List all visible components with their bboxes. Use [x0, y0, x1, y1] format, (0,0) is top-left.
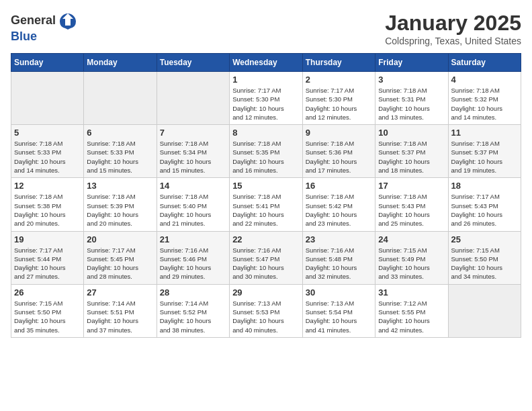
day-number: 16 [306, 181, 372, 191]
day-number: 28 [160, 287, 226, 298]
day-number: 7 [160, 128, 226, 138]
table-cell: 12Sunrise: 7:18 AM Sunset: 5:38 PM Dayli… [11, 178, 84, 231]
day-info: Sunrise: 7:17 AM Sunset: 5:30 PM Dayligh… [306, 86, 372, 122]
table-cell: 1Sunrise: 7:17 AM Sunset: 5:30 PM Daylig… [230, 72, 303, 125]
table-cell [84, 72, 157, 125]
table-cell: 17Sunrise: 7:18 AM Sunset: 5:43 PM Dayli… [375, 178, 448, 231]
day-info: Sunrise: 7:18 AM Sunset: 5:39 PM Dayligh… [87, 192, 153, 228]
table-cell: 8Sunrise: 7:18 AM Sunset: 5:35 PM Daylig… [230, 125, 303, 178]
day-info: Sunrise: 7:16 AM Sunset: 5:46 PM Dayligh… [160, 246, 226, 281]
table-cell: 30Sunrise: 7:13 AM Sunset: 5:54 PM Dayli… [302, 284, 375, 337]
table-cell: 5Sunrise: 7:18 AM Sunset: 5:33 PM Daylig… [11, 125, 84, 178]
table-cell: 22Sunrise: 7:16 AM Sunset: 5:47 PM Dayli… [230, 231, 303, 284]
day-info: Sunrise: 7:18 AM Sunset: 5:31 PM Dayligh… [378, 86, 445, 122]
logo-blue: Blue [11, 30, 37, 43]
week-row-4: 19Sunrise: 7:17 AM Sunset: 5:44 PM Dayli… [11, 231, 521, 284]
day-info: Sunrise: 7:15 AM Sunset: 5:50 PM Dayligh… [14, 299, 81, 334]
day-info: Sunrise: 7:18 AM Sunset: 5:32 PM Dayligh… [451, 86, 519, 122]
day-number: 14 [160, 181, 226, 191]
table-cell: 14Sunrise: 7:18 AM Sunset: 5:40 PM Dayli… [157, 178, 229, 231]
table-cell: 18Sunrise: 7:17 AM Sunset: 5:43 PM Dayli… [448, 178, 521, 231]
day-info: Sunrise: 7:18 AM Sunset: 5:37 PM Dayligh… [378, 139, 445, 175]
week-row-2: 5Sunrise: 7:18 AM Sunset: 5:33 PM Daylig… [11, 125, 521, 178]
day-info: Sunrise: 7:18 AM Sunset: 5:43 PM Dayligh… [378, 192, 445, 228]
table-cell: 4Sunrise: 7:18 AM Sunset: 5:32 PM Daylig… [448, 72, 521, 125]
day-info: Sunrise: 7:15 AM Sunset: 5:50 PM Dayligh… [451, 246, 519, 281]
day-number: 11 [451, 128, 519, 138]
day-info: Sunrise: 7:18 AM Sunset: 5:35 PM Dayligh… [232, 139, 300, 175]
title-block: January 2025 Coldspring, Texas, United S… [385, 11, 521, 46]
day-info: Sunrise: 7:18 AM Sunset: 5:40 PM Dayligh… [160, 192, 226, 228]
header-wednesday: Wednesday [230, 54, 303, 72]
day-number: 26 [14, 287, 81, 298]
week-row-3: 12Sunrise: 7:18 AM Sunset: 5:38 PM Dayli… [11, 178, 521, 231]
table-cell: 25Sunrise: 7:15 AM Sunset: 5:50 PM Dayli… [448, 231, 521, 284]
day-number: 31 [378, 287, 445, 298]
day-info: Sunrise: 7:18 AM Sunset: 5:42 PM Dayligh… [306, 192, 372, 228]
header-tuesday: Tuesday [157, 54, 229, 72]
day-number: 19 [14, 234, 81, 244]
table-cell: 23Sunrise: 7:16 AM Sunset: 5:48 PM Dayli… [302, 231, 375, 284]
day-info: Sunrise: 7:18 AM Sunset: 5:34 PM Dayligh… [160, 139, 226, 175]
day-info: Sunrise: 7:17 AM Sunset: 5:45 PM Dayligh… [87, 246, 153, 281]
day-number: 3 [378, 75, 445, 85]
day-number: 18 [451, 181, 519, 191]
week-row-1: 1Sunrise: 7:17 AM Sunset: 5:30 PM Daylig… [11, 72, 521, 125]
day-info: Sunrise: 7:12 AM Sunset: 5:55 PM Dayligh… [378, 299, 445, 334]
day-number: 15 [232, 181, 300, 191]
day-number: 2 [306, 75, 372, 85]
table-cell: 26Sunrise: 7:15 AM Sunset: 5:50 PM Dayli… [11, 284, 84, 337]
table-cell: 21Sunrise: 7:16 AM Sunset: 5:46 PM Dayli… [157, 231, 229, 284]
table-cell: 24Sunrise: 7:15 AM Sunset: 5:49 PM Dayli… [375, 231, 448, 284]
logo: General Blue [11, 11, 77, 44]
table-cell: 20Sunrise: 7:17 AM Sunset: 5:45 PM Dayli… [84, 231, 157, 284]
day-info: Sunrise: 7:18 AM Sunset: 5:41 PM Dayligh… [232, 192, 300, 228]
day-number: 17 [378, 181, 445, 191]
day-number: 24 [378, 234, 445, 244]
day-info: Sunrise: 7:14 AM Sunset: 5:52 PM Dayligh… [160, 299, 226, 334]
day-number: 12 [14, 181, 81, 191]
day-number: 25 [451, 234, 519, 244]
table-cell: 6Sunrise: 7:18 AM Sunset: 5:33 PM Daylig… [84, 125, 157, 178]
day-number: 10 [378, 128, 445, 138]
day-info: Sunrise: 7:16 AM Sunset: 5:48 PM Dayligh… [306, 246, 372, 281]
day-info: Sunrise: 7:13 AM Sunset: 5:53 PM Dayligh… [232, 299, 300, 334]
table-cell: 7Sunrise: 7:18 AM Sunset: 5:34 PM Daylig… [157, 125, 229, 178]
table-cell: 27Sunrise: 7:14 AM Sunset: 5:51 PM Dayli… [84, 284, 157, 337]
table-cell: 3Sunrise: 7:18 AM Sunset: 5:31 PM Daylig… [375, 72, 448, 125]
calendar-subtitle: Coldspring, Texas, United States [385, 36, 521, 46]
weekday-header-row: Sunday Monday Tuesday Wednesday Thursday… [11, 54, 521, 72]
table-cell: 19Sunrise: 7:17 AM Sunset: 5:44 PM Dayli… [11, 231, 84, 284]
logo-icon [58, 11, 77, 30]
header-thursday: Thursday [302, 54, 375, 72]
day-number: 27 [87, 287, 153, 298]
header-monday: Monday [84, 54, 157, 72]
day-number: 1 [232, 75, 300, 85]
header-friday: Friday [375, 54, 448, 72]
table-cell: 15Sunrise: 7:18 AM Sunset: 5:41 PM Dayli… [230, 178, 303, 231]
day-info: Sunrise: 7:17 AM Sunset: 5:43 PM Dayligh… [451, 192, 519, 228]
calendar-table: Sunday Monday Tuesday Wednesday Thursday… [11, 53, 521, 338]
table-cell: 28Sunrise: 7:14 AM Sunset: 5:52 PM Dayli… [157, 284, 229, 337]
day-info: Sunrise: 7:18 AM Sunset: 5:38 PM Dayligh… [14, 192, 81, 228]
day-number: 22 [232, 234, 300, 244]
table-cell [11, 72, 84, 125]
table-cell: 11Sunrise: 7:18 AM Sunset: 5:37 PM Dayli… [448, 125, 521, 178]
day-info: Sunrise: 7:14 AM Sunset: 5:51 PM Dayligh… [87, 299, 153, 334]
logo-text-block: General Blue [11, 11, 77, 44]
header-sunday: Sunday [11, 54, 84, 72]
day-info: Sunrise: 7:18 AM Sunset: 5:37 PM Dayligh… [451, 139, 519, 175]
table-cell: 2Sunrise: 7:17 AM Sunset: 5:30 PM Daylig… [302, 72, 375, 125]
table-cell [157, 72, 229, 125]
day-info: Sunrise: 7:18 AM Sunset: 5:33 PM Dayligh… [87, 139, 153, 175]
day-number: 29 [232, 287, 300, 298]
day-number: 20 [87, 234, 153, 244]
week-row-5: 26Sunrise: 7:15 AM Sunset: 5:50 PM Dayli… [11, 284, 521, 337]
day-info: Sunrise: 7:18 AM Sunset: 5:33 PM Dayligh… [14, 139, 81, 175]
day-info: Sunrise: 7:16 AM Sunset: 5:47 PM Dayligh… [232, 246, 300, 281]
logo-general: General [11, 13, 56, 28]
day-info: Sunrise: 7:18 AM Sunset: 5:36 PM Dayligh… [306, 139, 372, 175]
table-cell: 9Sunrise: 7:18 AM Sunset: 5:36 PM Daylig… [302, 125, 375, 178]
day-number: 4 [451, 75, 519, 85]
day-info: Sunrise: 7:17 AM Sunset: 5:30 PM Dayligh… [232, 86, 300, 122]
